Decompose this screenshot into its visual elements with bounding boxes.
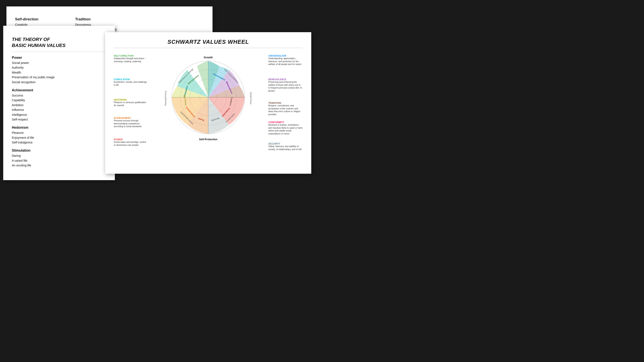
achievement-section: Achievement Success Capability Ambition …	[12, 88, 106, 122]
pow-desc-text: Social status and prestige, control or d…	[114, 141, 148, 146]
sd-desc-title: SELF-DIRECTION	[114, 54, 148, 57]
tradition-desc: TRADITION Respect, commitment, and accep…	[268, 102, 303, 116]
stim-desc-text: Excitement, novelty, and challenge in li…	[114, 81, 148, 86]
ach-item-1: Success	[12, 93, 106, 98]
stim-item-3: An exciting life	[12, 163, 106, 168]
hed-item-1: Pleasure	[12, 130, 106, 135]
self-direction-desc: SELF-DIRECTION Independent thought and a…	[114, 54, 148, 63]
power-section: Power Social power Authority Wealth Pres…	[12, 56, 106, 84]
power-item-1: Social power	[12, 60, 106, 65]
power-desc: POWER Social status and prestige, contro…	[114, 138, 148, 146]
benevolence-desc: BENEVOLENCE Preserving and enhancing the…	[268, 78, 303, 92]
ach-item-5: Intelligence	[12, 112, 106, 117]
ben-desc-text: Preserving and enhancing the welfare of …	[268, 81, 303, 92]
sd-desc-text: Independent thought and action – choosin…	[114, 57, 148, 63]
ach-desc-title: ACHIEVEMENT	[114, 117, 148, 119]
svg-text:Social Focus: Social Focus	[250, 92, 252, 104]
self-direction-title: Self-direction	[15, 17, 66, 21]
power-category: Power	[12, 56, 106, 60]
conformity-desc: CONFORMITY Restraint of actions, inclina…	[268, 121, 303, 135]
wheel-title: SCHWARTZ VALUES WHEEL	[114, 39, 303, 45]
wheel-divider	[114, 48, 303, 48]
sec-desc-title: SECURITY	[268, 142, 303, 145]
uni-desc-text: Understanding, appreciation, tolerance, …	[268, 57, 303, 66]
hedonism-category: Hedonism	[12, 126, 106, 129]
security-desc: SECURITY Safety, harmony, and stability …	[268, 142, 303, 151]
conf-desc-title: CONFORMITY	[268, 121, 303, 123]
stim-item-1: Daring	[12, 153, 106, 158]
power-item-4: Preservation of my public image	[12, 75, 106, 79]
ach-desc-text: Personal success through demonstrating c…	[114, 119, 148, 128]
ach-item-4: Influence	[12, 107, 106, 112]
stimulation-section: Stimulation Daring A varied life An exci…	[12, 149, 106, 168]
power-item-3: Wealth	[12, 70, 106, 75]
hed-desc-text: Pleasure or sensuous gratification for o…	[114, 101, 148, 107]
ach-item-2: Capability	[12, 98, 106, 102]
ben-desc-title: BENEVOLENCE	[268, 78, 303, 81]
achievement-category: Achievement	[12, 88, 106, 92]
sec-desc-text: Safety, harmony, and stability of societ…	[268, 145, 303, 151]
ach-item-3: Ambition	[12, 103, 106, 107]
power-item-5: Social recognition	[12, 80, 106, 84]
hed-item-3: Self-indulgence	[12, 140, 106, 145]
svg-text:Personal Focus: Personal Focus	[164, 91, 167, 105]
front-left-page: THE THEORY OFBASIC HUMAN VALUES Power So…	[3, 26, 115, 180]
stimulation-category: Stimulation	[12, 149, 106, 152]
ach-item-6: Self-respect	[12, 117, 106, 122]
title-divider	[12, 52, 106, 52]
trad-desc-title: TRADITION	[268, 102, 303, 104]
wheel-svg: Self-Direction Stimulation Hedonism Achi…	[163, 52, 253, 142]
svg-text:Growth: Growth	[204, 56, 213, 59]
front-right-page: SCHWARTZ VALUES WHEEL	[105, 32, 311, 174]
conf-desc-text: Restraint of actions, inclinations, and …	[268, 123, 303, 135]
stim-item-2: A varied life	[12, 158, 106, 163]
tradition-title: Tradition	[75, 17, 127, 21]
pow-desc-title: POWER	[114, 138, 148, 141]
achievement-desc: ACHIEVEMENT Personal success through dem…	[114, 117, 148, 128]
stim-desc-title: STIMULATION	[114, 78, 148, 81]
svg-text:Self-Protection: Self-Protection	[199, 138, 217, 141]
main-title: THE THEORY OFBASIC HUMAN VALUES	[12, 36, 106, 48]
stimulation-desc: STIMULATION Excitement, novelty, and cha…	[114, 78, 148, 86]
universalism-desc: UNIVERSALISM Understanding, appreciation…	[268, 54, 303, 66]
hed-item-2: Enjoyment of life	[12, 135, 106, 140]
wheel-container: Self-Direction Stimulation Hedonism Achi…	[114, 52, 303, 168]
hedonism-section: Hedonism Pleasure Enjoyment of life Self…	[12, 126, 106, 145]
uni-desc-title: UNIVERSALISM	[268, 54, 303, 57]
hed-desc-title: HEDONISM	[114, 98, 148, 101]
trad-desc-text: Respect, commitment, and acceptance of t…	[268, 104, 303, 116]
hedonism-desc: HEDONISM Pleasure or sensuous gratificat…	[114, 98, 148, 107]
power-item-2: Authority	[12, 65, 106, 70]
